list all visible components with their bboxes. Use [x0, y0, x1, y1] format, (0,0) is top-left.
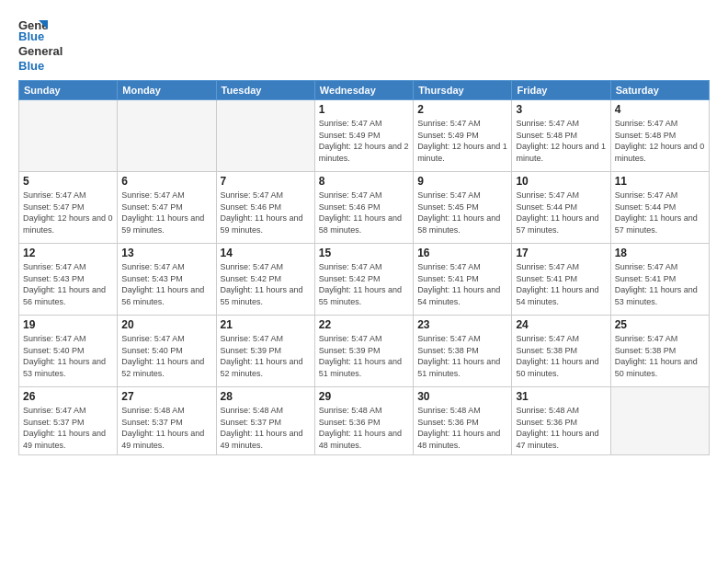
day-number: 17 — [516, 247, 606, 259]
day-info: Sunrise: 5:47 AM Sunset: 5:43 PM Dayligh… — [121, 261, 211, 307]
day-info: Sunrise: 5:48 AM Sunset: 5:37 PM Dayligh… — [121, 405, 211, 451]
day-number: 4 — [615, 103, 705, 116]
day-number: 10 — [516, 175, 606, 188]
calendar-cell: 11Sunrise: 5:47 AM Sunset: 5:44 PM Dayli… — [610, 172, 709, 244]
calendar-cell: 5Sunrise: 5:47 AM Sunset: 5:47 PM Daylig… — [19, 172, 118, 244]
calendar-cell: 18Sunrise: 5:47 AM Sunset: 5:41 PM Dayli… — [610, 244, 709, 316]
day-info: Sunrise: 5:48 AM Sunset: 5:36 PM Dayligh… — [516, 405, 606, 451]
day-info: Sunrise: 5:47 AM Sunset: 5:42 PM Dayligh… — [319, 261, 409, 307]
day-info: Sunrise: 5:47 AM Sunset: 5:46 PM Dayligh… — [221, 190, 311, 236]
day-info: Sunrise: 5:47 AM Sunset: 5:39 PM Dayligh… — [221, 333, 311, 379]
day-number: 9 — [417, 175, 507, 188]
day-info: Sunrise: 5:47 AM Sunset: 5:49 PM Dayligh… — [417, 118, 507, 164]
weekday-header-tuesday: Tuesday — [216, 81, 314, 100]
day-info: Sunrise: 5:47 AM Sunset: 5:40 PM Dayligh… — [121, 333, 211, 379]
calendar-cell: 4Sunrise: 5:47 AM Sunset: 5:48 PM Daylig… — [610, 100, 709, 172]
weekday-header-row: SundayMondayTuesdayWednesdayThursdayFrid… — [19, 81, 710, 100]
logo-icon: General Blue — [18, 17, 48, 42]
weekday-header-thursday: Thursday — [414, 81, 512, 100]
day-info: Sunrise: 5:48 AM Sunset: 5:36 PM Dayligh… — [417, 405, 507, 451]
calendar-cell: 13Sunrise: 5:47 AM Sunset: 5:43 PM Dayli… — [118, 244, 216, 316]
day-number: 21 — [221, 318, 311, 331]
day-info: Sunrise: 5:47 AM Sunset: 5:40 PM Dayligh… — [23, 333, 113, 379]
day-number: 20 — [121, 318, 211, 331]
day-number: 26 — [23, 390, 113, 403]
calendar-cell: 23Sunrise: 5:47 AM Sunset: 5:38 PM Dayli… — [414, 316, 512, 387]
day-info: Sunrise: 5:47 AM Sunset: 5:49 PM Dayligh… — [319, 118, 409, 164]
day-number: 13 — [121, 247, 211, 259]
week-row-0: 1Sunrise: 5:47 AM Sunset: 5:49 PM Daylig… — [19, 100, 710, 172]
logo: General Blue General Blue — [18, 17, 63, 73]
weekday-header-friday: Friday — [512, 81, 610, 100]
calendar-cell — [118, 100, 216, 172]
day-info: Sunrise: 5:47 AM Sunset: 5:37 PM Dayligh… — [23, 405, 113, 451]
week-row-4: 26Sunrise: 5:47 AM Sunset: 5:37 PM Dayli… — [19, 387, 710, 454]
day-info: Sunrise: 5:47 AM Sunset: 5:38 PM Dayligh… — [615, 333, 705, 379]
calendar-cell: 8Sunrise: 5:47 AM Sunset: 5:46 PM Daylig… — [314, 172, 413, 244]
day-number: 22 — [319, 318, 409, 331]
day-info: Sunrise: 5:48 AM Sunset: 5:37 PM Dayligh… — [221, 405, 311, 451]
day-info: Sunrise: 5:47 AM Sunset: 5:41 PM Dayligh… — [417, 261, 507, 307]
day-info: Sunrise: 5:47 AM Sunset: 5:47 PM Dayligh… — [23, 190, 113, 236]
week-row-1: 5Sunrise: 5:47 AM Sunset: 5:47 PM Daylig… — [19, 172, 710, 244]
day-number: 25 — [615, 318, 705, 331]
calendar-cell — [610, 387, 709, 454]
day-info: Sunrise: 5:47 AM Sunset: 5:48 PM Dayligh… — [615, 118, 705, 164]
day-number: 27 — [121, 390, 211, 403]
day-number: 2 — [417, 103, 507, 116]
page: General Blue General Blue SundayMondayTu… — [0, 0, 728, 563]
day-info: Sunrise: 5:48 AM Sunset: 5:36 PM Dayligh… — [319, 405, 409, 451]
calendar-cell: 25Sunrise: 5:47 AM Sunset: 5:38 PM Dayli… — [610, 316, 709, 387]
calendar-cell: 3Sunrise: 5:47 AM Sunset: 5:48 PM Daylig… — [512, 100, 610, 172]
day-info: Sunrise: 5:47 AM Sunset: 5:41 PM Dayligh… — [615, 261, 705, 307]
header: General Blue General Blue — [18, 17, 710, 73]
calendar-cell: 12Sunrise: 5:47 AM Sunset: 5:43 PM Dayli… — [19, 244, 118, 316]
calendar-table: SundayMondayTuesdayWednesdayThursdayFrid… — [18, 80, 710, 454]
day-number: 31 — [516, 390, 606, 403]
weekday-header-saturday: Saturday — [610, 81, 709, 100]
calendar-cell — [216, 100, 314, 172]
calendar-cell: 10Sunrise: 5:47 AM Sunset: 5:44 PM Dayli… — [512, 172, 610, 244]
calendar-cell: 7Sunrise: 5:47 AM Sunset: 5:46 PM Daylig… — [216, 172, 314, 244]
calendar-cell: 1Sunrise: 5:47 AM Sunset: 5:49 PM Daylig… — [314, 100, 413, 172]
day-info: Sunrise: 5:47 AM Sunset: 5:44 PM Dayligh… — [615, 190, 705, 236]
weekday-header-sunday: Sunday — [19, 81, 118, 100]
calendar-cell: 20Sunrise: 5:47 AM Sunset: 5:40 PM Dayli… — [118, 316, 216, 387]
day-number: 16 — [417, 247, 507, 259]
calendar-cell: 17Sunrise: 5:47 AM Sunset: 5:41 PM Dayli… — [512, 244, 610, 316]
day-number: 30 — [417, 390, 507, 403]
svg-text:Blue: Blue — [18, 29, 44, 42]
day-info: Sunrise: 5:47 AM Sunset: 5:43 PM Dayligh… — [23, 261, 113, 307]
weekday-header-wednesday: Wednesday — [314, 81, 413, 100]
calendar-cell: 28Sunrise: 5:48 AM Sunset: 5:37 PM Dayli… — [216, 387, 314, 454]
day-number: 7 — [221, 175, 311, 188]
week-row-3: 19Sunrise: 5:47 AM Sunset: 5:40 PM Dayli… — [19, 316, 710, 387]
day-info: Sunrise: 5:47 AM Sunset: 5:47 PM Dayligh… — [121, 190, 211, 236]
day-number: 28 — [221, 390, 311, 403]
day-number: 1 — [319, 103, 409, 116]
day-number: 6 — [121, 175, 211, 188]
calendar-cell: 22Sunrise: 5:47 AM Sunset: 5:39 PM Dayli… — [314, 316, 413, 387]
day-number: 19 — [23, 318, 113, 331]
day-number: 24 — [516, 318, 606, 331]
day-number: 15 — [319, 247, 409, 259]
day-number: 18 — [615, 247, 705, 259]
calendar-cell: 24Sunrise: 5:47 AM Sunset: 5:38 PM Dayli… — [512, 316, 610, 387]
day-info: Sunrise: 5:47 AM Sunset: 5:48 PM Dayligh… — [516, 118, 606, 164]
calendar-cell — [19, 100, 118, 172]
calendar-cell: 9Sunrise: 5:47 AM Sunset: 5:45 PM Daylig… — [414, 172, 512, 244]
day-info: Sunrise: 5:47 AM Sunset: 5:41 PM Dayligh… — [516, 261, 606, 307]
calendar-cell: 31Sunrise: 5:48 AM Sunset: 5:36 PM Dayli… — [512, 387, 610, 454]
calendar-cell: 15Sunrise: 5:47 AM Sunset: 5:42 PM Dayli… — [314, 244, 413, 316]
logo-blue: Blue — [18, 59, 63, 74]
day-number: 29 — [319, 390, 409, 403]
logo-general: General — [18, 44, 63, 59]
calendar-cell: 16Sunrise: 5:47 AM Sunset: 5:41 PM Dayli… — [414, 244, 512, 316]
day-number: 12 — [23, 247, 113, 259]
day-info: Sunrise: 5:47 AM Sunset: 5:45 PM Dayligh… — [417, 190, 507, 236]
day-number: 14 — [221, 247, 311, 259]
calendar-cell: 30Sunrise: 5:48 AM Sunset: 5:36 PM Dayli… — [414, 387, 512, 454]
day-info: Sunrise: 5:47 AM Sunset: 5:46 PM Dayligh… — [319, 190, 409, 236]
calendar-cell: 21Sunrise: 5:47 AM Sunset: 5:39 PM Dayli… — [216, 316, 314, 387]
weekday-header-monday: Monday — [118, 81, 216, 100]
